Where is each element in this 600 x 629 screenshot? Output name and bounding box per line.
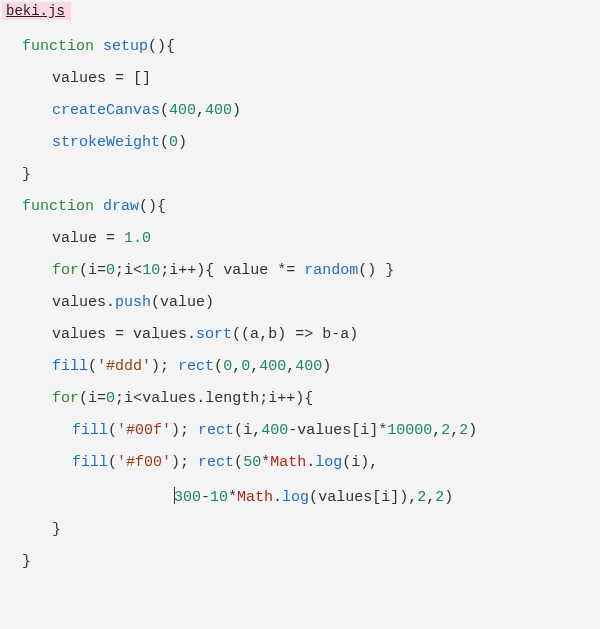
code-line: function draw(){ <box>0 190 600 222</box>
keyword-function: function <box>22 198 94 215</box>
fn-draw: draw <box>103 198 139 215</box>
code-line: } <box>0 545 600 577</box>
file-tab[interactable]: beki.js <box>2 2 71 20</box>
code-line: for(i=0;i<10;i++){ value *= random() } <box>0 254 600 286</box>
code-line: strokeWeight(0) <box>0 126 600 158</box>
keyword-for: for <box>52 390 79 407</box>
code-line: values = values.sort((a,b) => b-a) <box>0 318 600 350</box>
code-line: fill('#f00'); rect(50*Math.log(i), <box>0 446 600 478</box>
code-line: createCanvas(400,400) <box>0 94 600 126</box>
keyword-function: function <box>22 38 94 55</box>
keyword-for: for <box>52 262 79 279</box>
code-line: values.push(value) <box>0 286 600 318</box>
code-line: values = [] <box>0 62 600 94</box>
code-line: fill('#ddd'); rect(0,0,400,400) <box>0 350 600 382</box>
code-line: fill('#00f'); rect(i,400-values[i]*10000… <box>0 414 600 446</box>
file-name: beki.js <box>6 3 65 19</box>
code-line: } <box>0 158 600 190</box>
code-editor[interactable]: function setup(){ values = [] createCanv… <box>0 26 600 577</box>
code-line: function setup(){ <box>0 30 600 62</box>
fn-setup: setup <box>103 38 148 55</box>
code-line: } <box>0 513 600 545</box>
code-line: value = 1.0 <box>0 222 600 254</box>
code-line: for(i=0;i<values.length;i++){ <box>0 382 600 414</box>
math-object: Math <box>237 489 273 506</box>
math-object: Math <box>270 454 306 471</box>
code-line: 300-10*Math.log(values[i]),2,2) <box>0 478 600 513</box>
